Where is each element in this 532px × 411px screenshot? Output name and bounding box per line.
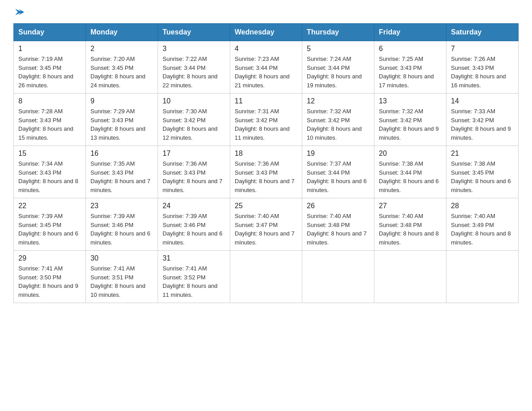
- day-info: Sunrise: 7:34 AMSunset: 3:43 PMDaylight:…: [18, 159, 81, 194]
- day-number: 13: [379, 97, 442, 105]
- calendar-table: SundayMondayTuesdayWednesdayThursdayFrid…: [13, 23, 519, 303]
- day-info: Sunrise: 7:31 AMSunset: 3:42 PMDaylight:…: [235, 107, 297, 142]
- calendar-cell: 14 Sunrise: 7:33 AMSunset: 3:42 PMDaylig…: [446, 94, 519, 146]
- week-row-1: 1 Sunrise: 7:19 AMSunset: 3:45 PMDayligh…: [14, 41, 519, 94]
- day-number: 17: [163, 150, 225, 158]
- calendar-cell: 24 Sunrise: 7:39 AMSunset: 3:46 PMDaylig…: [158, 198, 230, 251]
- day-info: Sunrise: 7:40 AMSunset: 3:49 PMDaylight:…: [451, 212, 514, 247]
- day-info: Sunrise: 7:37 AMSunset: 3:44 PMDaylight:…: [307, 159, 369, 194]
- day-number: 4: [235, 45, 297, 53]
- day-info: Sunrise: 7:36 AMSunset: 3:43 PMDaylight:…: [235, 159, 297, 194]
- day-number: 11: [235, 97, 297, 105]
- day-info: Sunrise: 7:41 AMSunset: 3:50 PMDaylight:…: [18, 264, 81, 299]
- day-info: Sunrise: 7:36 AMSunset: 3:43 PMDaylight:…: [163, 159, 225, 194]
- calendar-cell: 15 Sunrise: 7:34 AMSunset: 3:43 PMDaylig…: [14, 146, 86, 198]
- day-info: Sunrise: 7:40 AMSunset: 3:48 PMDaylight:…: [307, 212, 369, 247]
- day-info: Sunrise: 7:38 AMSunset: 3:45 PMDaylight:…: [451, 159, 514, 194]
- page-header: [13, 9, 519, 15]
- weekday-header-tuesday: Tuesday: [158, 24, 230, 41]
- logo-arrow-icon: [14, 7, 24, 17]
- week-row-3: 15 Sunrise: 7:34 AMSunset: 3:43 PMDaylig…: [14, 146, 519, 198]
- calendar-cell: 9 Sunrise: 7:29 AMSunset: 3:43 PMDayligh…: [86, 94, 158, 146]
- calendar-cell: 31 Sunrise: 7:41 AMSunset: 3:52 PMDaylig…: [158, 251, 230, 303]
- day-info: Sunrise: 7:22 AMSunset: 3:44 PMDaylight:…: [163, 55, 225, 90]
- day-info: Sunrise: 7:39 AMSunset: 3:46 PMDaylight:…: [90, 212, 153, 247]
- day-info: Sunrise: 7:20 AMSunset: 3:45 PMDaylight:…: [90, 55, 153, 90]
- day-info: Sunrise: 7:32 AMSunset: 3:42 PMDaylight:…: [379, 107, 442, 142]
- calendar-cell: 16 Sunrise: 7:35 AMSunset: 3:43 PMDaylig…: [86, 146, 158, 198]
- calendar-cell: 4 Sunrise: 7:23 AMSunset: 3:44 PMDayligh…: [230, 41, 302, 94]
- day-number: 20: [379, 150, 442, 158]
- day-number: 24: [163, 202, 225, 210]
- day-info: Sunrise: 7:40 AMSunset: 3:47 PMDaylight:…: [235, 212, 297, 247]
- calendar-cell: 27 Sunrise: 7:40 AMSunset: 3:48 PMDaylig…: [374, 198, 446, 251]
- calendar-cell: 2 Sunrise: 7:20 AMSunset: 3:45 PMDayligh…: [86, 41, 158, 94]
- calendar-cell: [374, 251, 446, 303]
- day-info: Sunrise: 7:24 AMSunset: 3:44 PMDaylight:…: [307, 55, 369, 90]
- week-row-4: 22 Sunrise: 7:39 AMSunset: 3:45 PMDaylig…: [14, 198, 519, 251]
- calendar-cell: 20 Sunrise: 7:38 AMSunset: 3:44 PMDaylig…: [374, 146, 446, 198]
- day-info: Sunrise: 7:26 AMSunset: 3:43 PMDaylight:…: [451, 55, 514, 90]
- svg-marker-0: [15, 9, 22, 15]
- day-number: 30: [90, 254, 153, 262]
- calendar-cell: 17 Sunrise: 7:36 AMSunset: 3:43 PMDaylig…: [158, 146, 230, 198]
- week-row-5: 29 Sunrise: 7:41 AMSunset: 3:50 PMDaylig…: [14, 251, 519, 303]
- week-row-2: 8 Sunrise: 7:28 AMSunset: 3:43 PMDayligh…: [14, 94, 519, 146]
- day-number: 22: [18, 202, 81, 210]
- day-info: Sunrise: 7:38 AMSunset: 3:44 PMDaylight:…: [379, 159, 442, 194]
- calendar-cell: 11 Sunrise: 7:31 AMSunset: 3:42 PMDaylig…: [230, 94, 302, 146]
- day-info: Sunrise: 7:41 AMSunset: 3:51 PMDaylight:…: [90, 264, 153, 299]
- day-number: 5: [307, 45, 369, 53]
- weekday-header-friday: Friday: [374, 24, 446, 41]
- weekday-header-wednesday: Wednesday: [230, 24, 302, 41]
- calendar-cell: 30 Sunrise: 7:41 AMSunset: 3:51 PMDaylig…: [86, 251, 158, 303]
- day-info: Sunrise: 7:32 AMSunset: 3:42 PMDaylight:…: [307, 107, 369, 142]
- day-number: 15: [18, 150, 81, 158]
- calendar-cell: 3 Sunrise: 7:22 AMSunset: 3:44 PMDayligh…: [158, 41, 230, 94]
- calendar-cell: 26 Sunrise: 7:40 AMSunset: 3:48 PMDaylig…: [302, 198, 374, 251]
- day-number: 3: [163, 45, 225, 53]
- day-info: Sunrise: 7:29 AMSunset: 3:43 PMDaylight:…: [90, 107, 153, 142]
- day-number: 19: [307, 150, 369, 158]
- calendar-cell: 18 Sunrise: 7:36 AMSunset: 3:43 PMDaylig…: [230, 146, 302, 198]
- day-info: Sunrise: 7:19 AMSunset: 3:45 PMDaylight:…: [18, 55, 81, 90]
- weekday-header-sunday: Sunday: [14, 24, 86, 41]
- day-number: 8: [18, 97, 81, 105]
- day-number: 9: [90, 97, 153, 105]
- calendar-cell: 8 Sunrise: 7:28 AMSunset: 3:43 PMDayligh…: [14, 94, 86, 146]
- day-info: Sunrise: 7:39 AMSunset: 3:46 PMDaylight:…: [163, 212, 225, 247]
- day-number: 1: [18, 45, 81, 53]
- day-number: 27: [379, 202, 442, 210]
- day-number: 14: [451, 97, 514, 105]
- calendar-cell: 28 Sunrise: 7:40 AMSunset: 3:49 PMDaylig…: [446, 198, 519, 251]
- day-info: Sunrise: 7:23 AMSunset: 3:44 PMDaylight:…: [235, 55, 297, 90]
- day-info: Sunrise: 7:30 AMSunset: 3:42 PMDaylight:…: [163, 107, 225, 142]
- day-number: 21: [451, 150, 514, 158]
- calendar-cell: 10 Sunrise: 7:30 AMSunset: 3:42 PMDaylig…: [158, 94, 230, 146]
- calendar-cell: 25 Sunrise: 7:40 AMSunset: 3:47 PMDaylig…: [230, 198, 302, 251]
- calendar-cell: 6 Sunrise: 7:25 AMSunset: 3:43 PMDayligh…: [374, 41, 446, 94]
- calendar-cell: 29 Sunrise: 7:41 AMSunset: 3:50 PMDaylig…: [14, 251, 86, 303]
- calendar-cell: 21 Sunrise: 7:38 AMSunset: 3:45 PMDaylig…: [446, 146, 519, 198]
- day-number: 7: [451, 45, 514, 53]
- day-number: 18: [235, 150, 297, 158]
- calendar-cell: 13 Sunrise: 7:32 AMSunset: 3:42 PMDaylig…: [374, 94, 446, 146]
- calendar-cell: [446, 251, 519, 303]
- day-number: 26: [307, 202, 369, 210]
- day-info: Sunrise: 7:25 AMSunset: 3:43 PMDaylight:…: [379, 55, 442, 90]
- day-info: Sunrise: 7:28 AMSunset: 3:43 PMDaylight:…: [18, 107, 81, 142]
- day-info: Sunrise: 7:39 AMSunset: 3:45 PMDaylight:…: [18, 212, 81, 247]
- weekday-header-saturday: Saturday: [446, 24, 519, 41]
- calendar-cell: 5 Sunrise: 7:24 AMSunset: 3:44 PMDayligh…: [302, 41, 374, 94]
- calendar-cell: 19 Sunrise: 7:37 AMSunset: 3:44 PMDaylig…: [302, 146, 374, 198]
- day-number: 28: [451, 202, 514, 210]
- weekday-header-monday: Monday: [86, 24, 158, 41]
- day-info: Sunrise: 7:41 AMSunset: 3:52 PMDaylight:…: [163, 264, 225, 299]
- day-number: 25: [235, 202, 297, 210]
- weekday-header-thursday: Thursday: [302, 24, 374, 41]
- day-number: 29: [18, 254, 81, 262]
- day-info: Sunrise: 7:40 AMSunset: 3:48 PMDaylight:…: [379, 212, 442, 247]
- day-number: 6: [379, 45, 442, 53]
- day-info: Sunrise: 7:35 AMSunset: 3:43 PMDaylight:…: [90, 159, 153, 194]
- calendar-cell: 12 Sunrise: 7:32 AMSunset: 3:42 PMDaylig…: [302, 94, 374, 146]
